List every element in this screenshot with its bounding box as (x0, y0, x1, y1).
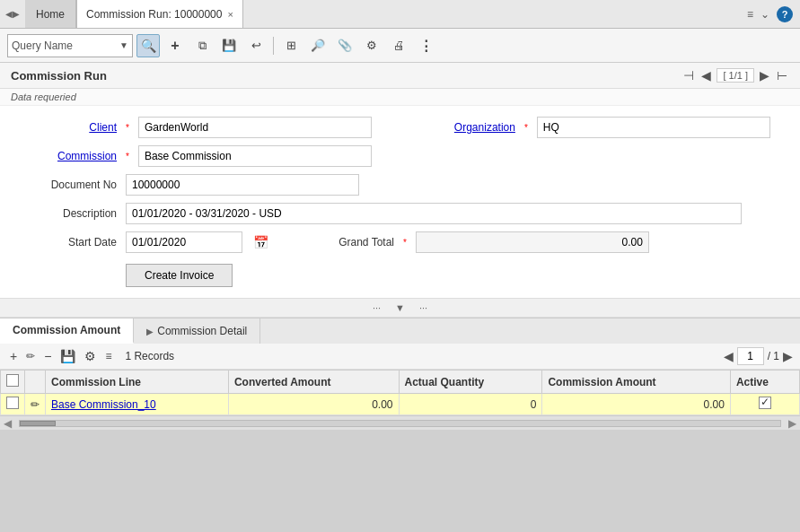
tab-commission-detail[interactable]: ▶ Commission Detail (134, 318, 260, 344)
active-tab-label: Commission Run: 10000000 (86, 8, 222, 21)
active-checkbox[interactable] (759, 397, 771, 409)
page-number-input[interactable] (737, 347, 764, 365)
bottom-scrollbar[interactable]: ◀ ▶ (0, 415, 800, 430)
nav-last-button[interactable]: ⊢ (775, 68, 789, 83)
settings-button[interactable]: ⚙ (360, 34, 383, 57)
add-row-button[interactable]: + (7, 348, 20, 364)
row-select-checkbox[interactable] (6, 397, 19, 409)
description-label: Description (18, 207, 117, 220)
print-button[interactable]: 🖨 (387, 34, 410, 57)
search-icon: 🔍 (141, 39, 156, 53)
nav-controls: ⊣ ◀ [ 1/1 ] ▶ ⊢ (681, 68, 789, 83)
tab-commission-amount[interactable]: Commission Amount (0, 318, 134, 344)
commission-input[interactable] (138, 145, 372, 167)
grand-total-input[interactable] (416, 231, 649, 253)
nav-next-button[interactable]: ▶ (758, 68, 771, 83)
toolbar: Query Name ▼ 🔍 + ⧉ 💾 ↩ ⊞ 🔎 📎 ⚙ 🖨 ⋮ (0, 29, 800, 63)
query-name-label: Query Name (12, 39, 119, 52)
data-queried-bar: Data requeried (0, 89, 800, 106)
more-icon: ⋮ (419, 38, 433, 54)
table-row: ✏ Base Commission_10 0.00 0 0.00 (1, 394, 800, 415)
grand-total-label: Grand Total (295, 236, 394, 249)
search-button[interactable]: 🔍 (136, 34, 160, 57)
organization-input[interactable] (537, 117, 770, 138)
select-all-checkbox[interactable] (6, 374, 19, 387)
row-select-cell (1, 394, 25, 415)
zoom-button[interactable]: 🔎 (306, 34, 330, 57)
nav-prev-button[interactable]: ◀ (699, 68, 713, 83)
close-tab-button[interactable]: × (227, 9, 233, 20)
zoom-icon: 🔎 (311, 39, 325, 52)
scroll-left-button[interactable]: ◀ (0, 417, 15, 430)
delete-row-button[interactable]: − (41, 348, 54, 364)
client-row: Client * Organization * (18, 117, 782, 138)
page-total: / 1 (768, 350, 779, 362)
form-title: Commission Run (11, 69, 107, 83)
nav-first-button[interactable]: ⊣ (681, 68, 696, 83)
expand-icon[interactable]: ⌄ (760, 8, 769, 21)
dropdown-arrow-icon[interactable]: ▼ (119, 40, 128, 50)
commission-label[interactable]: Commission (18, 150, 117, 162)
copy-button[interactable]: ⧉ (190, 34, 214, 57)
tabs-row: Commission Amount ▶ Commission Detail (0, 318, 800, 344)
separator1 (273, 37, 274, 55)
row-commission-amount: 0.00 (542, 394, 730, 415)
menu-icon[interactable]: ≡ (747, 8, 753, 21)
start-date-input[interactable] (126, 231, 242, 253)
active-tab[interactable]: Commission Run: 10000000 × (76, 0, 243, 28)
grand-total-section: Grand Total * (295, 231, 649, 253)
print-icon: 🖨 (393, 39, 405, 52)
undo-button[interactable]: ↩ (244, 34, 268, 57)
grand-total-required: * (403, 238, 407, 248)
edit-row-button[interactable]: ✏ (23, 349, 38, 363)
col-select (1, 371, 25, 394)
bottom-tabs-area: Commission Amount ▶ Commission Detail + … (0, 318, 800, 415)
home-tab[interactable]: Home (25, 0, 76, 28)
scroll-thumb[interactable] (20, 421, 56, 426)
create-invoice-button[interactable]: Create Invoice (126, 264, 233, 287)
more-button[interactable]: ⋮ (414, 34, 437, 57)
client-input[interactable] (138, 117, 372, 138)
query-name-select[interactable]: Query Name ▼ (7, 34, 133, 57)
divider-arrow-icon[interactable]: ▼ (395, 302, 405, 313)
config-row-button[interactable]: ⚙ (82, 348, 99, 364)
description-input[interactable] (126, 203, 742, 224)
table-body: ✏ Base Commission_10 0.00 0 0.00 (1, 394, 800, 415)
nav-page-info: [ 1/1 ] (716, 68, 754, 83)
data-status-text: Data requeried (11, 92, 76, 102)
scroll-right-button[interactable]: ▶ (785, 417, 800, 430)
settings-icon: ⚙ (366, 39, 377, 52)
page-prev-button[interactable]: ◀ (724, 349, 734, 363)
client-required: * (126, 123, 129, 133)
col-edit (25, 371, 46, 394)
sub-toolbar: + ✏ − 💾 ⚙ ≡ 1 Records ◀ / 1 ▶ (0, 344, 800, 370)
grid-button[interactable]: ⊞ (279, 34, 303, 57)
attachment-button[interactable]: 📎 (333, 34, 356, 57)
page-next-button[interactable]: ▶ (783, 349, 793, 363)
row-edit-icon[interactable]: ✏ (31, 398, 40, 411)
list-icon: ≡ (102, 349, 114, 363)
form-body: Client * Organization * Commission * Doc… (0, 106, 800, 298)
organization-label[interactable]: Organization (417, 121, 515, 134)
attachment-icon: 📎 (338, 39, 352, 52)
scroll-track[interactable] (19, 420, 781, 427)
collapse-icon[interactable]: ◀▶ (0, 0, 25, 28)
row-converted-amount: 0.00 (228, 394, 399, 415)
calendar-icon[interactable]: 📅 (253, 235, 268, 249)
divider-dots-left: ··· (373, 302, 381, 313)
help-icon[interactable]: ? (777, 6, 793, 22)
add-button[interactable]: + (163, 34, 187, 57)
row-edit-cell: ✏ (25, 394, 46, 415)
col-commission-amount: Commission Amount (542, 371, 730, 394)
document-no-row: Document No (18, 174, 782, 196)
save-row-button[interactable]: 💾 (57, 348, 78, 364)
row-commission-line[interactable]: Base Commission_10 (46, 394, 229, 415)
main-content: Commission Run ⊣ ◀ [ 1/1 ] ▶ ⊢ Data requ… (0, 63, 800, 430)
commission-table: Commission Line Converted Amount Actual … (0, 370, 800, 415)
document-no-input[interactable] (126, 174, 359, 196)
add-icon: + (171, 38, 179, 54)
save-button[interactable]: 💾 (217, 34, 241, 57)
sub-toolbar-right: ◀ / 1 ▶ (724, 347, 793, 365)
client-label[interactable]: Client (18, 121, 117, 134)
commission-row: Commission * (18, 145, 782, 167)
